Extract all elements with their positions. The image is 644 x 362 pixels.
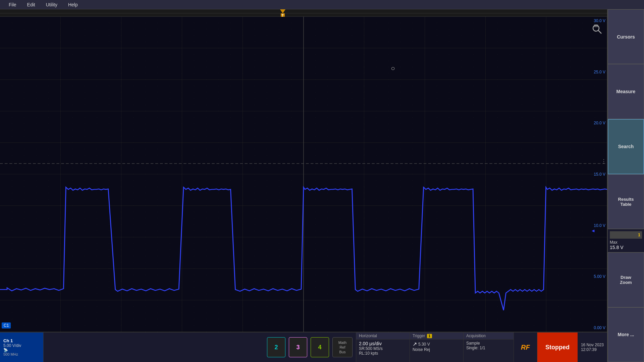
trigger-title: Trigger 1 [410,333,463,340]
rf-button[interactable]: RF [514,333,537,362]
channel-2-button[interactable]: 2 [267,337,285,357]
acquisition-mode: Sample [466,341,511,346]
trigger-marker[interactable]: T [279,9,286,17]
search-cursor-icon[interactable] [591,23,602,36]
stopped-button[interactable]: Stopped [537,333,578,362]
status-spacer [44,333,264,362]
measurement-display: 1 Max 15.8 V [608,229,644,252]
measurement-max-label: Max [610,240,642,245]
waveform-display[interactable]: 30.0 V 25.0 V 20.0 V 15.0 V 10.0 V 5.00 … [0,17,607,332]
horizontal-body: 2.00 µs/div SR:500 MS/s RL:10 kpts [356,340,410,357]
math-ref-bus-button[interactable]: MathRefBus [332,337,353,357]
trigger-body: ↗ 5.30 V Noise Rej [410,340,463,353]
main-content: T [0,9,644,362]
svg-rect-12 [594,24,598,27]
horizontal-title: Horizontal [356,333,410,340]
horizontal-sample-rate: SR:500 MS/s [359,346,407,351]
channel-4-button[interactable]: 4 [311,337,329,357]
channel-buttons: 2 3 4 MathRefBus [264,333,356,362]
datetime-section: 16 Nov 2023 12:07:39 [578,333,607,362]
right-sidebar: Cursors Measure Search Results Table 1 M… [607,9,644,362]
measure-button[interactable]: Measure [608,64,644,119]
date-display: 16 Nov 2023 [581,343,604,347]
horizontal-section[interactable]: Horizontal 2.00 µs/div SR:500 MS/s RL:10… [356,333,410,362]
acquisition-body: Sample Single: 1/1 [464,340,514,352]
trigger-level: 5.30 V [418,342,430,347]
horizontal-time-div: 2.00 µs/div [359,341,407,346]
measurement-channel-num: 1 [638,233,640,237]
measurement-max-value: 15.8 V [610,245,642,250]
menu-file[interactable]: File [3,1,22,8]
more-button[interactable]: More ... [608,307,644,362]
results-table-button[interactable]: Results Table [608,174,644,229]
acquisition-single: Single: 1/1 [466,346,511,350]
ch1-label[interactable]: C1 [2,322,11,328]
svg-line-11 [598,31,601,34]
ch1-status-section[interactable]: Ch 1 5.00 V/div 📡 500 MHz [0,333,44,362]
acquisition-title: Acquisition [464,333,514,340]
trigger-triangle-icon [280,9,285,13]
trigger-channel-badge: 1 [427,334,432,338]
status-bar: Ch 1 5.00 V/div 📡 500 MHz 2 3 4 MathRefB… [0,332,607,362]
time-display: 12:07:39 [581,347,604,352]
draw-zoom-button[interactable]: Draw Zoom [608,252,644,307]
menu-utility[interactable]: Utility [41,1,63,8]
trigger-title-text: Trigger [413,334,425,338]
trigger-mode: Noise Rej [413,347,461,352]
channel-offset-handle[interactable]: ⋮ [601,159,606,164]
trigger-slope-icon: ↗ [413,341,417,347]
menu-help[interactable]: Help [63,1,83,8]
ch1-probe-icon: 📡 [3,348,40,352]
scope-area: T [0,9,607,362]
ch1-label-text: Ch 1 [3,338,40,343]
channel-3-button[interactable]: 3 [289,337,307,357]
menu-bar: File Edit Utility Help [0,0,644,9]
5v-marker: ◄ [591,228,595,233]
acquisition-section[interactable]: Acquisition Sample Single: 1/1 [464,333,514,362]
ch1-bandwidth: 500 MHz [3,352,40,356]
ch1-vdiv: 5.00 V/div [3,343,40,348]
rf-label: RF [521,344,530,351]
trigger-status-section[interactable]: Trigger 1 ↗ 5.30 V Noise Rej [410,333,464,362]
trigger-bar: T [0,9,607,17]
cursors-button[interactable]: Cursors [608,9,644,64]
horizontal-record-length: RL:10 kpts [359,351,407,356]
oscilloscope-grid [0,17,607,332]
search-button[interactable]: Search [608,119,644,174]
menu-edit[interactable]: Edit [22,1,41,8]
